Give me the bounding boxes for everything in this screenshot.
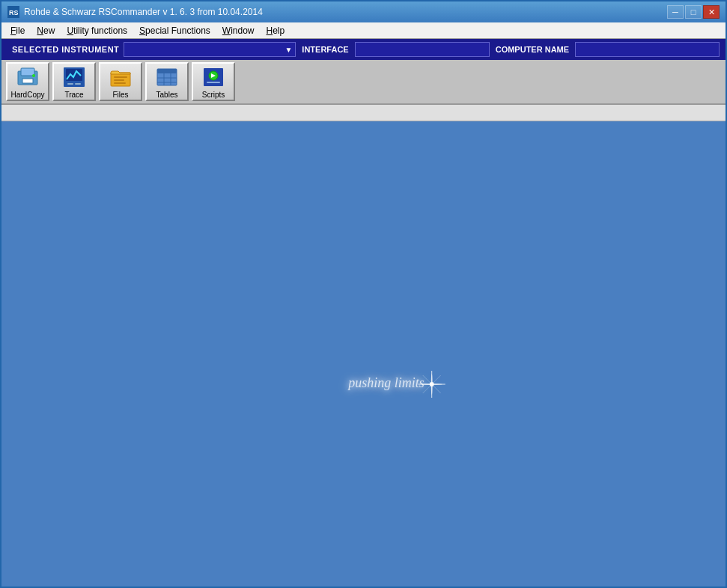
dropdown-arrow-icon: ▼ — [285, 46, 292, 54]
tab-area — [1, 105, 726, 121]
svg-rect-8 — [67, 83, 73, 85]
hardcopy-label: HardCopy — [10, 91, 44, 99]
menu-utility[interactable]: Utility functions — [61, 24, 133, 37]
svg-rect-23 — [207, 82, 220, 83]
computer-name-input[interactable] — [575, 42, 720, 57]
menu-window[interactable]: Window — [216, 24, 261, 37]
app-window: RS Rohde & Schwarz RSCommander v 1. 6. 3… — [0, 0, 727, 588]
hardcopy-icon — [16, 65, 40, 89]
svg-rect-9 — [75, 83, 81, 85]
files-label: Files — [112, 91, 128, 99]
files-icon — [109, 65, 133, 89]
title-text: Rohde & Schwarz RSCommander v 1. 6. 3 fr… — [24, 7, 263, 17]
svg-point-5 — [32, 74, 35, 77]
menu-special[interactable]: Special Functions — [133, 24, 216, 37]
interface-label: INTERFACE — [296, 45, 354, 54]
scripts-icon — [201, 65, 225, 89]
svg-rect-11 — [114, 76, 127, 78]
svg-rect-15 — [157, 69, 177, 73]
svg-rect-3 — [21, 68, 34, 76]
trace-button[interactable]: Trace — [52, 62, 96, 101]
menu-bar: File New Utility functions Special Funct… — [1, 22, 726, 39]
svg-rect-4 — [22, 79, 33, 83]
tables-button[interactable]: Tables — [145, 62, 189, 101]
hardcopy-button[interactable]: HardCopy — [6, 62, 49, 101]
svg-text:RS: RS — [9, 9, 19, 16]
tables-icon — [155, 65, 179, 89]
trace-icon — [62, 65, 86, 89]
watermark-container: pushing limits — [348, 375, 425, 391]
main-content: pushing limits — [1, 121, 726, 587]
star-icon — [417, 369, 447, 399]
menu-file[interactable]: File — [4, 24, 31, 37]
files-button[interactable]: Files — [99, 62, 142, 101]
minimize-button[interactable]: ─ — [667, 5, 684, 19]
title-bar: RS Rohde & Schwarz RSCommander v 1. 6. 3… — [1, 1, 726, 22]
menu-help[interactable]: Help — [261, 24, 291, 37]
scripts-label: Scripts — [202, 91, 225, 99]
instrument-dropdown[interactable]: ▼ — [124, 42, 296, 57]
instrument-bar: SELECTED INSTRUMENT ▼ INTERFACE COMPUTER… — [1, 39, 726, 60]
maximize-button[interactable]: □ — [685, 5, 702, 19]
tables-label: Tables — [156, 91, 178, 99]
scripts-button[interactable]: Scripts — [192, 62, 235, 101]
title-bar-left: RS Rohde & Schwarz RSCommander v 1. 6. 3… — [7, 6, 263, 18]
toolbar: HardCopy Trace — [1, 60, 726, 105]
computer-name-label: COMPUTER NAME — [490, 45, 575, 54]
interface-input[interactable] — [355, 42, 490, 57]
trace-label: Trace — [64, 91, 83, 99]
watermark-text: pushing limits — [348, 375, 425, 390]
window-controls: ─ □ ✕ — [667, 5, 720, 19]
svg-rect-13 — [114, 82, 126, 84]
svg-point-30 — [422, 384, 442, 385]
svg-rect-12 — [114, 79, 124, 81]
close-button[interactable]: ✕ — [703, 5, 720, 19]
app-icon: RS — [7, 6, 19, 18]
selected-instrument-label: SELECTED INSTRUMENT — [7, 45, 124, 54]
menu-new[interactable]: New — [31, 24, 61, 37]
